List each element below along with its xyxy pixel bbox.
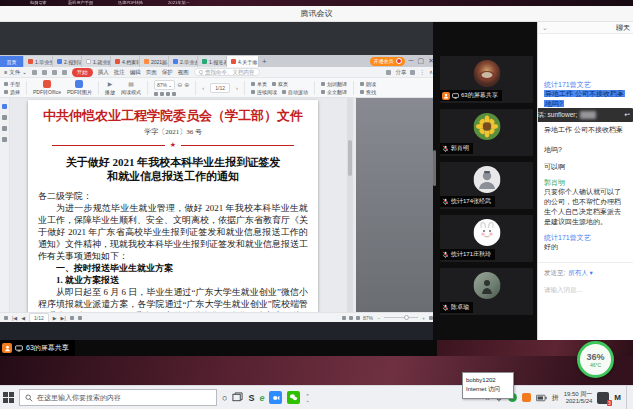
tray-app-icon[interactable] [522, 393, 531, 402]
document-scrollbar-thumb[interactable] [348, 140, 352, 176]
first-page-icon[interactable]: |◀ [12, 315, 17, 321]
share-button[interactable]: 分享 [395, 69, 406, 76]
menu-protect[interactable]: 保护 [162, 69, 173, 76]
single-page-view-icon[interactable] [70, 316, 74, 320]
outline-pane-icon[interactable] [2, 104, 7, 109]
redo-icon[interactable] [62, 70, 67, 75]
rotate-left-icon[interactable] [166, 92, 170, 96]
minimize-button[interactable]: ─ [409, 56, 414, 66]
zoom-in-icon[interactable]: ＋ [421, 315, 426, 321]
double-page-view-icon[interactable] [78, 316, 82, 320]
toc-icon[interactable] [4, 316, 8, 320]
print-icon[interactable] [42, 70, 47, 75]
participant-tile[interactable]: 郭肖明 [440, 109, 533, 156]
tab-document[interactable]: 2.报到证.. [53, 56, 82, 67]
chevron-down-icon[interactable]: ⌄ [542, 24, 548, 32]
zoom-slider[interactable] [384, 317, 418, 319]
rotate-right-icon[interactable] [172, 92, 176, 96]
bookmark-item[interactable]: 电脑管家 [30, 1, 47, 5]
wechat-icon[interactable] [287, 391, 300, 404]
menu-insert[interactable]: 插入 [98, 69, 109, 76]
file-menu[interactable]: ≡文件⌄ [4, 69, 27, 76]
reply-arrow-icon[interactable]: ↩ [625, 111, 630, 119]
member-button[interactable]: 开通会员 [370, 57, 405, 66]
taskbar-search[interactable]: 在这里输入你要搜索的内容 [19, 389, 217, 406]
document-scrollbar-track[interactable] [347, 98, 353, 312]
overflow-arrows-icon[interactable]: ⌃⌄ [305, 394, 309, 402]
command-search[interactable]: Q查找命令、文档内容 [194, 68, 260, 76]
next-page-icon[interactable]: ▶ [53, 315, 57, 321]
chat-input[interactable] [544, 286, 628, 293]
layout-icon[interactable] [349, 316, 353, 320]
participant-tile[interactable]: 陈卓瑜 [440, 268, 533, 315]
notification-icon[interactable]: 3 [597, 392, 609, 404]
search-pane-icon[interactable] [2, 137, 7, 142]
read-aloud-button[interactable]: 朗读 [360, 81, 376, 87]
full-translate-button[interactable]: 全文翻译 [321, 89, 347, 95]
pdf-to-image-button[interactable]: PDF转图片 [67, 80, 92, 95]
tab-document[interactable]: 1.毕业生.. [24, 56, 53, 67]
battery-icon[interactable] [536, 394, 547, 402]
participant-tile-sharer[interactable]: 63的屏幕共享 [440, 56, 533, 103]
participant-tile[interactable]: 统计174张经武 [440, 162, 533, 209]
save-icon[interactable] [32, 70, 37, 75]
participant-tile[interactable]: 统计171庄秋玲 [440, 215, 533, 262]
word-translate-button[interactable]: 划词翻译 [321, 81, 347, 87]
zoom-in-icon[interactable]: ⊕ [184, 81, 189, 89]
tab-document[interactable]: 1.报送表.. [198, 56, 227, 67]
performance-ball[interactable]: 36% 46°C [577, 341, 614, 378]
fit-width-icon[interactable] [160, 92, 164, 96]
undo-icon[interactable] [52, 70, 57, 75]
bookmark-item[interactable]: 迅捷PDF转换 [118, 1, 143, 5]
prev-page-icon[interactable]: ‹ [202, 84, 204, 92]
hand-tool-button[interactable]: 手型 [4, 81, 20, 87]
show-desktop-button[interactable] [626, 386, 630, 409]
menu-view[interactable]: 视图 [178, 69, 189, 76]
tab-document[interactable]: 1.就业协.. [82, 56, 111, 67]
cortana-icon[interactable]: ○ [222, 392, 227, 404]
ie-browser-icon[interactable]: e [259, 392, 264, 404]
meeting-app-icon[interactable] [269, 391, 282, 404]
bookmark-pane-icon[interactable] [2, 115, 7, 120]
menu-start[interactable]: 开始 [72, 68, 93, 77]
task-view-icon[interactable] [232, 392, 243, 403]
read-mode-button[interactable]: ▤阅读模式 [121, 80, 141, 95]
start-button[interactable] [3, 392, 14, 403]
zoom-out-icon[interactable]: ⊖ [177, 81, 182, 89]
prev-page-icon[interactable]: ◀ [21, 315, 25, 321]
more-menu-icon[interactable]: ⋮ [419, 69, 425, 75]
play-button[interactable]: ▶播放 [105, 80, 115, 95]
ime-indicator[interactable]: 拼 [552, 393, 559, 403]
view-mode-icon[interactable] [356, 316, 360, 320]
bookmark-item[interactable]: 2021年第一 [168, 1, 190, 5]
cloud-sync-icon[interactable] [386, 70, 391, 75]
screen-share-label[interactable]: 63的屏幕共享 [0, 340, 75, 356]
tab-document[interactable]: 2021届.. [140, 56, 169, 67]
last-page-icon[interactable]: ▶| [61, 315, 66, 321]
taskbar-clock[interactable]: 19:50 周一 2021/5/24 [564, 391, 593, 405]
page-indicator[interactable]: 1/12 [210, 83, 230, 93]
menu-comment[interactable]: 批注 [114, 69, 125, 76]
tab-document[interactable]: 2.毕业去.. [169, 56, 198, 67]
bookmark-item[interactable]: 新机用户手册 [68, 1, 93, 5]
continuous-read-button[interactable]: 连续阅读自动滚动 [251, 89, 308, 95]
new-tab-button[interactable]: + [259, 57, 270, 67]
maximize-button[interactable]: ▢ [418, 56, 425, 66]
statusbar-page-indicator[interactable]: 1/12 [29, 313, 49, 323]
menu-edit[interactable]: 编辑 [130, 69, 141, 76]
send-to-select[interactable]: 所有人 ▾ [568, 269, 593, 278]
menu-page[interactable]: 页面 [146, 69, 157, 76]
find-button[interactable]: 查找 [360, 89, 376, 95]
zoom-out-icon[interactable]: － [376, 315, 381, 321]
tab-document[interactable]: 4.档案转.. [111, 56, 140, 67]
tab-document-active[interactable]: 4.关于做.. [227, 56, 259, 67]
edit-icon[interactable] [342, 316, 346, 320]
single-page-button[interactable]: 单页双页 [251, 81, 308, 87]
zoom-select[interactable]: 87%⌄ [154, 80, 175, 90]
tab-home[interactable]: 首页 [0, 56, 24, 67]
annotation-pane-icon[interactable] [2, 126, 7, 131]
participant-scrollbar[interactable] [433, 150, 436, 186]
tray-m-app-icon[interactable]: M [614, 392, 621, 404]
pdf-to-office-button[interactable]: PDF转Office [33, 80, 61, 95]
zoom-slider-thumb[interactable] [404, 315, 409, 320]
